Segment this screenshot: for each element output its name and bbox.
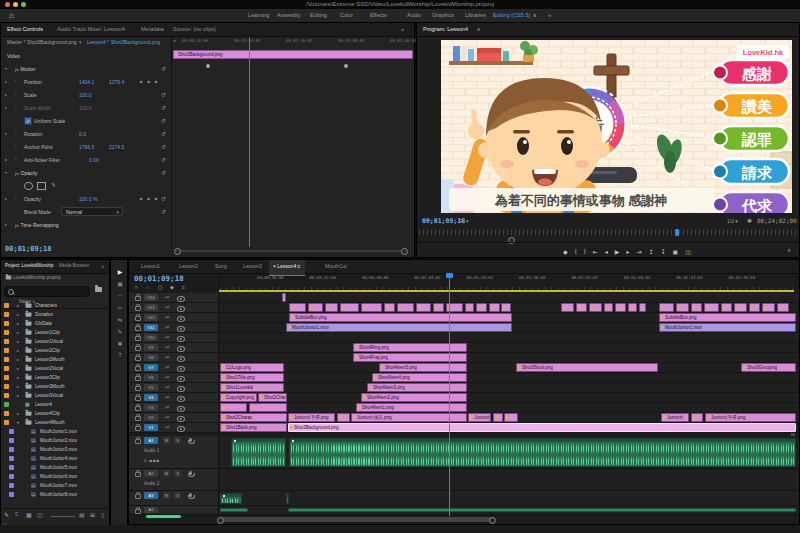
reset-icon[interactable]: ↺ <box>161 91 166 98</box>
track-output-icon[interactable] <box>177 346 185 352</box>
sequence-tab-lesson3[interactable]: Lesson3 <box>243 263 262 269</box>
go-to-out-button[interactable]: ⇥ <box>636 248 641 255</box>
sync-lock-icon[interactable]: ⇌ <box>165 354 169 360</box>
ellipse-mask-icon[interactable] <box>24 182 33 190</box>
motion-group-row[interactable]: ▾ fxMotion ↺ <box>1 64 171 76</box>
track-output-icon[interactable] <box>177 416 185 422</box>
lock-icon[interactable] <box>135 316 141 321</box>
sync-lock-icon[interactable]: ⇌ <box>165 424 169 430</box>
playback-resolution-dropdown[interactable]: 1/2 ▾ <box>727 218 738 224</box>
sequence-tab-lesson2[interactable]: Lesson2 <box>179 263 198 269</box>
disclosure-icon[interactable]: ▸ <box>17 330 19 335</box>
disclosure-icon[interactable]: ▸ <box>17 375 19 380</box>
project-item-characters[interactable]: ▸Characters <box>1 301 111 310</box>
position-y-value[interactable]: 1379.4 <box>109 79 124 85</box>
timeline-clip[interactable]: Shot2Chara <box>258 393 287 402</box>
lock-icon[interactable] <box>135 494 141 499</box>
track-output-icon[interactable] <box>177 386 185 392</box>
timeline-clip[interactable] <box>433 303 444 312</box>
lock-icon[interactable] <box>135 386 141 391</box>
timeline-clip[interactable] <box>615 303 626 312</box>
timeline-clip[interactable] <box>561 303 574 312</box>
disclosure-icon[interactable]: ▸ <box>17 357 19 362</box>
sync-lock-icon[interactable]: ⇌ <box>165 394 169 400</box>
program-scrub-bar[interactable] <box>419 230 797 235</box>
track-target-v14[interactable]: V14 <box>144 294 158 301</box>
razor-tool[interactable]: ✂ <box>115 304 125 311</box>
mute-button[interactable]: M <box>163 437 170 444</box>
timeline-timecode[interactable]: 00;01;09;18 <box>134 274 184 283</box>
reset-icon[interactable]: ↺ <box>161 195 166 202</box>
selection-tool[interactable]: ▶ <box>115 268 125 275</box>
disclosure-icon[interactable]: ▸ <box>5 222 7 227</box>
rect-mask-icon[interactable] <box>37 182 46 190</box>
work-area-bar[interactable] <box>219 290 794 292</box>
disclosure-icon[interactable]: ▸ <box>17 411 19 416</box>
new-item-icon[interactable]: ⊞ <box>90 511 95 518</box>
track-target-a4[interactable]: A4 <box>144 507 158 513</box>
breadcrumb[interactable]: LovekidWorship.proproj <box>5 275 60 280</box>
voiceover-record-icon[interactable] <box>189 471 192 475</box>
track-target-v12[interactable]: V12 <box>144 314 158 321</box>
timeline-clip[interactable]: Shot1Back.png <box>220 423 287 432</box>
track-select-tool[interactable]: ▣ <box>115 280 125 287</box>
track-output-icon[interactable] <box>177 316 185 322</box>
panel-menu-icon[interactable]: ≡ <box>533 12 536 18</box>
timeline-clip[interactable]: Copyright.png <box>220 393 257 402</box>
settings-wrench-icon[interactable]: ✱ <box>747 217 752 224</box>
add-keyframe-icon[interactable]: ◆ <box>147 196 150 201</box>
track-output-icon[interactable] <box>177 396 185 402</box>
lock-icon[interactable] <box>135 296 141 301</box>
lock-icon[interactable] <box>135 376 141 381</box>
timeline-clip[interactable] <box>676 303 689 312</box>
tab-media-browser[interactable]: Media Browser <box>59 263 89 268</box>
timeline-clip[interactable]: Shot4Item2.png <box>361 393 467 402</box>
zoom-handle[interactable] <box>174 248 181 255</box>
timeline-clip[interactable] <box>691 413 703 422</box>
lock-icon[interactable] <box>135 366 141 371</box>
tab-effect-controls[interactable]: Effect Controls <box>7 26 43 32</box>
disclosure-icon[interactable]: ▸ <box>17 303 19 308</box>
project-item-mouthjunior1.mov[interactable]: ▤MouthJunior1.mov <box>1 427 111 436</box>
disclosure-icon[interactable]: ▸ <box>5 92 7 97</box>
mute-button[interactable]: M <box>163 492 170 499</box>
timeline-clip[interactable] <box>220 403 247 412</box>
timeline-clip[interactable] <box>589 303 602 312</box>
add-keyframe-icon[interactable]: ◆ <box>147 79 150 84</box>
new-search-bin-icon[interactable] <box>95 287 102 292</box>
lock-icon[interactable] <box>135 346 141 351</box>
sync-lock-icon[interactable]: ⇌ <box>165 344 169 350</box>
timeline-clip[interactable] <box>249 403 287 412</box>
timeline-clip[interactable] <box>777 303 789 312</box>
timeline-clip[interactable] <box>325 303 338 312</box>
lock-icon[interactable] <box>135 439 141 444</box>
track-output-icon[interactable] <box>177 296 185 302</box>
timeline-clip[interactable] <box>465 303 474 312</box>
panel-menu-icon[interactable]: ≡ <box>477 26 480 32</box>
timeline-clip[interactable] <box>604 303 613 312</box>
effect-controls-zoom-bar[interactable] <box>177 250 405 252</box>
panel-overflow-icon[interactable]: » <box>101 263 104 269</box>
disclosure-icon[interactable]: ▸ <box>17 321 19 326</box>
timeline-clip[interactable]: Shot4Item4.png <box>372 373 467 382</box>
lock-icon[interactable] <box>135 326 141 331</box>
workspace-tab-color[interactable]: Color <box>340 12 353 18</box>
keyframe-marker[interactable] <box>344 64 348 68</box>
project-item-mouthjunior4.mov[interactable]: ▤MouthJunior4.mov <box>1 454 111 463</box>
search-input[interactable] <box>4 286 90 297</box>
sync-lock-icon[interactable]: ⇌ <box>165 324 169 330</box>
zoom-slider[interactable] <box>51 516 75 517</box>
project-item-mouthjunior5.mov[interactable]: ▤MouthJunior5.mov <box>1 463 111 472</box>
read-only-toggle-icon[interactable]: ✎ <box>4 511 9 518</box>
track-target-v3[interactable]: V3 <box>144 404 158 411</box>
lock-icon[interactable] <box>135 472 141 477</box>
disclosure-icon[interactable]: ▸ <box>17 312 19 317</box>
project-item-lesson2clip[interactable]: ▸Lesson2Clip <box>1 346 111 355</box>
disclosure-icon[interactable]: ▸ <box>5 157 7 162</box>
export-frame-button[interactable]: ▣ <box>673 248 679 255</box>
tab-program[interactable]: Program: Lesson4 <box>423 26 468 32</box>
anchor-y-value[interactable]: 2174.5 <box>109 144 124 150</box>
lock-icon[interactable] <box>135 416 141 421</box>
timeline-clip[interactable] <box>397 303 414 312</box>
timeline-clip[interactable]: Shot4Item5.png <box>379 363 467 372</box>
